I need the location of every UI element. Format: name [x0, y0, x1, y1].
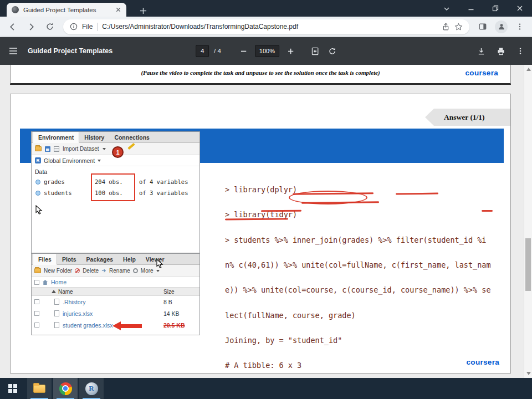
file-row: .Rhistory 8 B: [32, 296, 200, 308]
annotation-underline-se: [482, 210, 493, 212]
select-checkbox: [34, 280, 39, 285]
pdf-page-2: Answer (1/1) > library(dplyr) > library(…: [10, 94, 511, 374]
tab-connections: Connections: [109, 132, 155, 142]
pdf-more-kebab-icon[interactable]: [516, 47, 524, 55]
rename-label: Rename: [109, 268, 130, 274]
coursera-logo: coursera: [466, 69, 498, 77]
reload-button[interactable]: [43, 20, 57, 33]
gear-icon: [133, 268, 138, 273]
console-line: e)) %>% unite(col=course, c(course_id, c…: [225, 286, 491, 294]
mouse-cursor: [35, 205, 43, 214]
console-line: n% c(40,61)) %>% unite(col=fullName, c(f…: [225, 261, 491, 269]
file-size: 20.5 KB: [163, 322, 185, 329]
tab-environment: Environment: [33, 132, 79, 143]
environment-panel: Environment History Connections Import D…: [31, 131, 200, 253]
scroll-up-arrow-icon[interactable]: [526, 68, 531, 71]
rstudio-screenshot: > library(dplyr) > library(tidyr) > stud…: [20, 129, 504, 335]
address-bar[interactable]: File C:/Users/Administrator/Downloads/Tr…: [63, 19, 469, 34]
windows-logo-icon: [8, 384, 17, 393]
chevron-down-icon: [98, 160, 101, 162]
vertical-scrollbar[interactable]: [524, 65, 532, 378]
sort-ascending-icon: [52, 290, 56, 293]
zoom-level-value[interactable]: 100%: [255, 45, 279, 57]
url-text: C:/Users/Administrator/Downloads/Transfo…: [102, 23, 437, 30]
url-scheme-label: File: [82, 23, 93, 30]
page-info-icon[interactable]: [70, 23, 78, 30]
column-name-header: Name: [58, 289, 73, 295]
print-icon[interactable]: [497, 47, 505, 55]
taskbar-chrome[interactable]: [53, 378, 78, 399]
env-object-desc: of 4 variables: [139, 178, 188, 185]
rstudio-console-pane: > library(dplyr) > library(tidyr) > stud…: [200, 163, 504, 335]
pdf-toolbar: Guided Project Templates / 4 100%: [0, 37, 532, 65]
files-header-row: Name Size: [32, 287, 200, 296]
select-checkbox: [34, 311, 39, 316]
chrome-icon: [59, 382, 72, 395]
window-restore-button[interactable]: [483, 0, 508, 17]
browser-tab[interactable]: Guided Project Templates: [7, 3, 126, 17]
back-button[interactable]: [6, 20, 19, 33]
pdf-page-1: (Pause the video to complete the task an…: [10, 65, 511, 85]
console-line: Joining, by = "student_id": [225, 336, 491, 345]
files-tab-bar: Files Plots Packages Help Viewer: [32, 254, 200, 265]
environment-tab-bar: Environment History Connections: [32, 132, 200, 143]
file-size: 14 KB: [163, 310, 180, 317]
select-checkbox: [34, 323, 39, 328]
file-name: injuries.xlsx: [63, 310, 93, 317]
bookmark-star-icon[interactable]: [454, 23, 463, 31]
download-icon[interactable]: [477, 47, 485, 55]
env-object-desc: of 3 variables: [139, 190, 188, 196]
chevron-down-icon: [156, 270, 160, 272]
zoom-out-button[interactable]: [240, 48, 247, 55]
home-breadcrumb: Home: [51, 279, 66, 285]
files-panel: Files Plots Packages Help Viewer New Fol…: [31, 253, 200, 335]
chevron-down-icon: [103, 148, 106, 150]
window-close-button[interactable]: [508, 0, 532, 17]
start-button[interactable]: [0, 378, 25, 399]
data-object-icon: [35, 180, 40, 185]
global-environment-label: Global Environment: [44, 157, 95, 164]
window-minimize-button[interactable]: [459, 0, 483, 17]
fit-to-page-icon[interactable]: [311, 47, 319, 55]
more-label: More: [141, 268, 154, 274]
pause-note-text: (Pause the video to complete the task an…: [141, 69, 380, 76]
delete-icon: [75, 268, 80, 273]
browser-toolbar: File C:/Users/Administrator/Downloads/Tr…: [0, 17, 532, 37]
console-line: # A tibble: 6 x 3: [225, 361, 491, 370]
import-dataset-label: Import Dataset: [63, 146, 99, 152]
annotation-red-arrow: [112, 321, 142, 330]
data-object-icon: [35, 191, 40, 196]
profile-avatar[interactable]: [495, 21, 508, 33]
new-folder-icon: [34, 268, 41, 273]
select-checkbox: [34, 299, 39, 304]
console-line: lect(fullName, course, grade): [225, 311, 491, 320]
taskbar-rstudio[interactable]: R: [79, 378, 104, 399]
side-panel-icon[interactable]: [476, 20, 489, 33]
pdf-document-title: Guided Project Templates: [28, 47, 112, 55]
file-explorer-icon: [33, 385, 45, 393]
forward-button[interactable]: [24, 20, 38, 33]
scroll-down-arrow-icon[interactable]: [526, 372, 531, 375]
share-icon[interactable]: [442, 23, 450, 31]
mouse-cursor: [156, 259, 163, 268]
tab-plots: Plots: [57, 254, 81, 264]
tab-help: Help: [118, 254, 141, 264]
tab-close-icon[interactable]: [115, 7, 121, 13]
pdf-menu-hamburger-icon[interactable]: [9, 47, 18, 55]
pdf-content-area: (Pause the video to complete the task an…: [0, 65, 532, 378]
files-path-row: Home: [32, 277, 200, 287]
env-object-name: grades: [44, 178, 91, 185]
delete-label: Delete: [83, 268, 99, 274]
import-dataset-icon: [54, 146, 59, 152]
taskbar-file-explorer[interactable]: [27, 378, 52, 399]
rotate-icon[interactable]: [328, 47, 336, 55]
zoom-in-button[interactable]: [287, 48, 294, 55]
home-icon: [42, 279, 48, 285]
env-object-name: students: [44, 190, 91, 196]
file-name: student grades.xlsx: [63, 322, 112, 329]
tab-search-chevron-icon[interactable]: [440, 2, 453, 16]
browser-menu-kebab-icon[interactable]: [513, 20, 526, 33]
pdf-page-input[interactable]: [196, 45, 209, 57]
scrollbar-thumb[interactable]: [525, 238, 531, 291]
new-tab-button[interactable]: [136, 4, 150, 17]
